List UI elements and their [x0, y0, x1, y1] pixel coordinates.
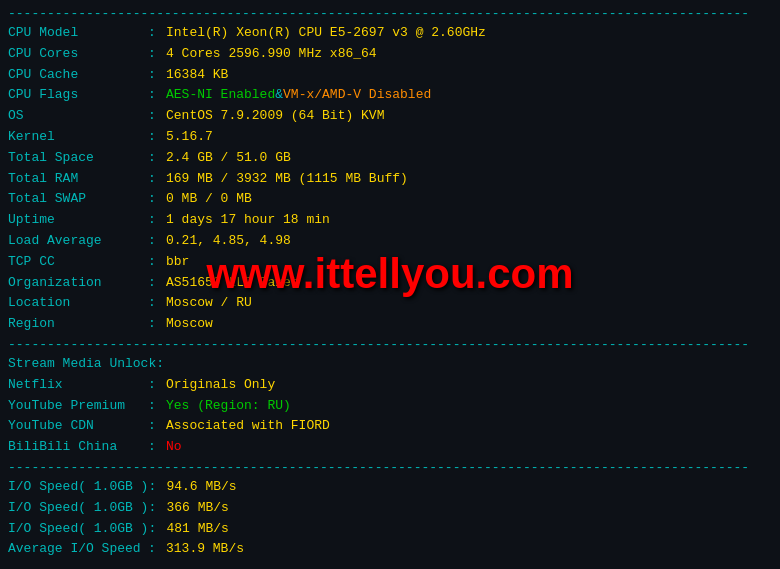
bilibili-row: BiliBili China : No — [8, 437, 772, 458]
organization-value: AS51659 LLC Baxet — [166, 273, 299, 294]
cpu-cache-colon: : — [148, 65, 166, 86]
io-avg-row: Average I/O Speed : 313.9 MB/s — [8, 539, 772, 560]
bilibili-colon: : — [148, 437, 166, 458]
cpu-model-label: CPU Model — [8, 23, 148, 44]
load-avg-value: 0.21, 4.85, 4.98 — [166, 231, 291, 252]
io3-value: 481 MB/s — [166, 519, 228, 540]
cpu-cores-label: CPU Cores — [8, 44, 148, 65]
total-swap-colon: : — [148, 189, 166, 210]
divider-2: ----------------------------------------… — [8, 337, 772, 352]
cpu-cache-value: 16384 KB — [166, 65, 228, 86]
tcp-cc-label: TCP CC — [8, 252, 148, 273]
netflix-label: Netflix — [8, 375, 148, 396]
total-space-label: Total Space — [8, 148, 148, 169]
divider-3: ----------------------------------------… — [8, 460, 772, 475]
total-space-row: Total Space : 2.4 GB / 51.0 GB — [8, 148, 772, 169]
total-space-colon: : — [148, 148, 166, 169]
os-value: CentOS 7.9.2009 (64 Bit) KVM — [166, 106, 384, 127]
cpu-cores-value: 4 Cores 2596.990 MHz x86_64 — [166, 44, 377, 65]
load-avg-row: Load Average : 0.21, 4.85, 4.98 — [8, 231, 772, 252]
kernel-colon: : — [148, 127, 166, 148]
cpu-flags-colon: : — [148, 85, 166, 106]
kernel-value: 5.16.7 — [166, 127, 213, 148]
total-swap-value: 0 MB / 0 MB — [166, 189, 252, 210]
region-value: Moscow — [166, 314, 213, 335]
organization-row: Organization : AS51659 LLC Baxet — [8, 273, 772, 294]
region-row: Region : Moscow — [8, 314, 772, 335]
io1-value: 94.6 MB/s — [166, 477, 236, 498]
region-label: Region — [8, 314, 148, 335]
stream-row: Stream Media Unlock : — [8, 354, 772, 375]
location-colon: : — [148, 293, 166, 314]
kernel-label: Kernel — [8, 127, 148, 148]
total-space-value: 2.4 GB / 51.0 GB — [166, 148, 291, 169]
region-colon: : — [148, 314, 166, 335]
total-ram-row: Total RAM : 169 MB / 3932 MB (1115 MB Bu… — [8, 169, 772, 190]
bilibili-value: No — [166, 437, 182, 458]
io2-label: I/O Speed( 1.0GB ) — [8, 498, 148, 519]
location-value: Moscow / RU — [166, 293, 252, 314]
tcp-cc-value: bbr — [166, 252, 189, 273]
netflix-row: Netflix : Originals Only — [8, 375, 772, 396]
io3-label: I/O Speed( 1.0GB ) — [8, 519, 148, 540]
cpu-model-value: Intel(R) Xeon(R) CPU E5-2697 v3 @ 2.60GH… — [166, 23, 486, 44]
organization-label: Organization — [8, 273, 148, 294]
total-swap-label: Total SWAP — [8, 189, 148, 210]
youtube-premium-colon: : — [148, 396, 166, 417]
cpu-flags-vmdisabled: VM-x/AMD-V Disabled — [283, 85, 431, 106]
io-section: I/O Speed( 1.0GB ) : 94.6 MB/s I/O Speed… — [8, 477, 772, 560]
io1-colon: : — [148, 477, 166, 498]
location-label: Location — [8, 293, 148, 314]
youtube-premium-label: YouTube Premium — [8, 396, 148, 417]
location-row: Location : Moscow / RU — [8, 293, 772, 314]
uptime-label: Uptime — [8, 210, 148, 231]
io-avg-label: Average I/O Speed — [8, 539, 148, 560]
io1-label: I/O Speed( 1.0GB ) — [8, 477, 148, 498]
organization-colon: : — [148, 273, 166, 294]
io3-row: I/O Speed( 1.0GB ) : 481 MB/s — [8, 519, 772, 540]
cpu-cores-colon: : — [148, 44, 166, 65]
divider-top: ----------------------------------------… — [8, 6, 772, 21]
cpu-flags-sep: & — [275, 85, 283, 106]
youtube-cdn-value: Associated with FIORD — [166, 416, 330, 437]
cpu-flags-row: CPU Flags : AES-NI Enabled & VM-x/AMD-V … — [8, 85, 772, 106]
cpu-cache-label: CPU Cache — [8, 65, 148, 86]
netflix-value: Originals Only — [166, 375, 275, 396]
tcp-cc-colon: : — [148, 252, 166, 273]
uptime-row: Uptime : 1 days 17 hour 18 min — [8, 210, 772, 231]
youtube-cdn-label: YouTube CDN — [8, 416, 148, 437]
cpu-model-colon: : — [148, 23, 166, 44]
divider-4: ----------------------------------------… — [8, 562, 772, 569]
io2-colon: : — [148, 498, 166, 519]
kernel-row: Kernel : 5.16.7 — [8, 127, 772, 148]
cpu-flags-aesni: AES-NI Enabled — [166, 85, 275, 106]
io3-colon: : — [148, 519, 166, 540]
tcp-cc-row: TCP CC : bbr — [8, 252, 772, 273]
stream-colon: : — [156, 354, 174, 375]
uptime-value: 1 days 17 hour 18 min — [166, 210, 330, 231]
uptime-colon: : — [148, 210, 166, 231]
load-avg-colon: : — [148, 231, 166, 252]
stream-label: Stream Media Unlock — [8, 354, 156, 375]
youtube-premium-row: YouTube Premium : Yes (Region: RU) — [8, 396, 772, 417]
io2-row: I/O Speed( 1.0GB ) : 366 MB/s — [8, 498, 772, 519]
os-label: OS — [8, 106, 148, 127]
media-section: Stream Media Unlock : Netflix : Original… — [8, 354, 772, 458]
cpu-cache-row: CPU Cache : 16384 KB — [8, 65, 772, 86]
io-avg-value: 313.9 MB/s — [166, 539, 244, 560]
os-colon: : — [148, 106, 166, 127]
bilibili-label: BiliBili China — [8, 437, 148, 458]
cpu-model-row: CPU Model : Intel(R) Xeon(R) CPU E5-2697… — [8, 23, 772, 44]
cpu-flags-label: CPU Flags — [8, 85, 148, 106]
youtube-premium-value: Yes (Region: RU) — [166, 396, 291, 417]
youtube-cdn-colon: : — [148, 416, 166, 437]
system-section: CPU Model : Intel(R) Xeon(R) CPU E5-2697… — [8, 23, 772, 335]
io2-value: 366 MB/s — [166, 498, 228, 519]
os-row: OS : CentOS 7.9.2009 (64 Bit) KVM — [8, 106, 772, 127]
total-ram-value: 169 MB / 3932 MB (1115 MB Buff) — [166, 169, 408, 190]
cpu-cores-row: CPU Cores : 4 Cores 2596.990 MHz x86_64 — [8, 44, 772, 65]
load-avg-label: Load Average — [8, 231, 148, 252]
io1-row: I/O Speed( 1.0GB ) : 94.6 MB/s — [8, 477, 772, 498]
total-ram-label: Total RAM — [8, 169, 148, 190]
netflix-colon: : — [148, 375, 166, 396]
